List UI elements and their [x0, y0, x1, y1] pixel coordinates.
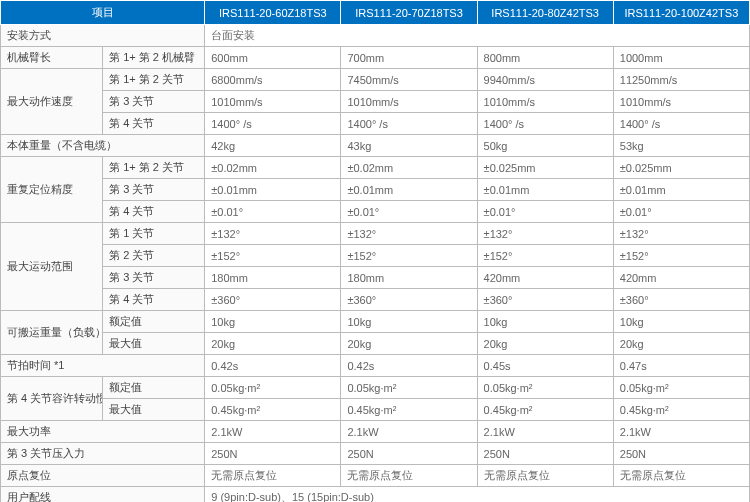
- cell-value: 53kg: [613, 135, 749, 157]
- row-sublabel: 第 1 关节: [103, 223, 205, 245]
- row-sublabel: 第 4 关节: [103, 113, 205, 135]
- row-sublabel: 最大值: [103, 399, 205, 421]
- cell-value: 600mm: [205, 47, 341, 69]
- header-row: 项目 IRS111-20-60Z18TS3 IRS111-20-70Z18TS3…: [1, 1, 750, 25]
- cell-value: 7450mm/s: [341, 69, 477, 91]
- row-label: 重复定位精度: [1, 157, 103, 223]
- row-sublabel: 额定值: [103, 377, 205, 399]
- cell-value: 0.42s: [205, 355, 341, 377]
- row-label: 可搬运重量（负载）: [1, 311, 103, 355]
- cell-value: 0.05kg·m²: [477, 377, 613, 399]
- cell-value: 0.42s: [341, 355, 477, 377]
- cell-value: ±132°: [341, 223, 477, 245]
- row-sublabel: 第 1+ 第 2 关节: [103, 69, 205, 91]
- row-sublabel: 第 1+ 第 2 关节: [103, 157, 205, 179]
- header-model-3: IRS111-20-100Z42TS3: [613, 1, 749, 25]
- cell-value: 1400° /s: [477, 113, 613, 135]
- cell-value: ±0.02mm: [205, 157, 341, 179]
- cell-value: ±0.01mm: [613, 179, 749, 201]
- cell-value: ±360°: [205, 289, 341, 311]
- cell-value: 43kg: [341, 135, 477, 157]
- cell-value: 1010mm/s: [477, 91, 613, 113]
- cell-value: 20kg: [477, 333, 613, 355]
- table-row: 节拍时间 *10.42s0.42s0.45s0.47s: [1, 355, 750, 377]
- cell-value: 0.45kg·m²: [205, 399, 341, 421]
- table-row: 安装方式台面安装: [1, 25, 750, 47]
- table-row: 最大运动范围第 1 关节±132°±132°±132°±132°: [1, 223, 750, 245]
- row-sublabel: 额定值: [103, 311, 205, 333]
- row-sublabel: 第 4 关节: [103, 289, 205, 311]
- cell-value: 250N: [477, 443, 613, 465]
- cell-value: 10kg: [613, 311, 749, 333]
- table-row: 原点复位无需原点复位无需原点复位无需原点复位无需原点复位: [1, 465, 750, 487]
- cell-value: 1000mm: [613, 47, 749, 69]
- cell-value: 42kg: [205, 135, 341, 157]
- cell-value: 9 (9pin:D-sub)、15 (15pin:D-sub): [205, 487, 750, 503]
- row-sublabel: 第 2 关节: [103, 245, 205, 267]
- cell-value: 0.45kg·m²: [477, 399, 613, 421]
- cell-value: ±0.01°: [205, 201, 341, 223]
- cell-value: ±0.01mm: [341, 179, 477, 201]
- cell-value: 无需原点复位: [341, 465, 477, 487]
- cell-value: 2.1kW: [477, 421, 613, 443]
- cell-value: ±360°: [613, 289, 749, 311]
- cell-value: ±0.025mm: [477, 157, 613, 179]
- cell-value: 180mm: [341, 267, 477, 289]
- row-label: 安装方式: [1, 25, 205, 47]
- cell-value: ±0.025mm: [613, 157, 749, 179]
- cell-value: 11250mm/s: [613, 69, 749, 91]
- row-label: 节拍时间 *1: [1, 355, 205, 377]
- cell-value: 0.05kg·m²: [205, 377, 341, 399]
- row-label: 原点复位: [1, 465, 205, 487]
- cell-value: 420mm: [477, 267, 613, 289]
- table-row: 第 4 关节±0.01°±0.01°±0.01°±0.01°: [1, 201, 750, 223]
- table-row: 第 4 关节1400° /s1400° /s1400° /s1400° /s: [1, 113, 750, 135]
- cell-value: ±152°: [341, 245, 477, 267]
- row-label: 用户配线: [1, 487, 205, 503]
- row-sublabel: 第 3 关节: [103, 91, 205, 113]
- cell-value: 无需原点复位: [477, 465, 613, 487]
- cell-value: ±360°: [341, 289, 477, 311]
- cell-value: 10kg: [205, 311, 341, 333]
- cell-value: 250N: [613, 443, 749, 465]
- cell-value: 0.45kg·m²: [613, 399, 749, 421]
- table-row: 最大值20kg20kg20kg20kg: [1, 333, 750, 355]
- table-row: 最大功率2.1kW2.1kW2.1kW2.1kW: [1, 421, 750, 443]
- cell-value: 1010mm/s: [341, 91, 477, 113]
- table-row: 第 3 关节±0.01mm±0.01mm±0.01mm±0.01mm: [1, 179, 750, 201]
- cell-value: 6800mm/s: [205, 69, 341, 91]
- cell-value: ±0.01mm: [205, 179, 341, 201]
- cell-value: ±132°: [477, 223, 613, 245]
- table-row: 用户配线9 (9pin:D-sub)、15 (15pin:D-sub): [1, 487, 750, 503]
- table-row: 第 4 关节容许转动惯量 *2额定值0.05kg·m²0.05kg·m²0.05…: [1, 377, 750, 399]
- table-row: 第 3 关节1010mm/s1010mm/s1010mm/s1010mm/s: [1, 91, 750, 113]
- row-sublabel: 第 4 关节: [103, 201, 205, 223]
- cell-value: 20kg: [341, 333, 477, 355]
- cell-value: 1010mm/s: [205, 91, 341, 113]
- header-model-1: IRS111-20-70Z18TS3: [341, 1, 477, 25]
- cell-value: ±0.02mm: [341, 157, 477, 179]
- cell-value: 2.1kW: [613, 421, 749, 443]
- table-row: 最大值0.45kg·m²0.45kg·m²0.45kg·m²0.45kg·m²: [1, 399, 750, 421]
- cell-value: 180mm: [205, 267, 341, 289]
- cell-value: 250N: [205, 443, 341, 465]
- cell-value: 1400° /s: [341, 113, 477, 135]
- row-label: 最大功率: [1, 421, 205, 443]
- row-label: 第 3 关节压入力: [1, 443, 205, 465]
- row-label: 机械臂长: [1, 47, 103, 69]
- cell-value: ±0.01°: [341, 201, 477, 223]
- table-row: 可搬运重量（负载）额定值10kg10kg10kg10kg: [1, 311, 750, 333]
- table-row: 本体重量（不含电缆）42kg43kg50kg53kg: [1, 135, 750, 157]
- table-row: 最大动作速度第 1+ 第 2 关节6800mm/s7450mm/s9940mm/…: [1, 69, 750, 91]
- table-row: 第 3 关节压入力250N250N250N250N: [1, 443, 750, 465]
- cell-value: ±0.01°: [613, 201, 749, 223]
- cell-value: 10kg: [341, 311, 477, 333]
- header-model-2: IRS111-20-80Z42TS3: [477, 1, 613, 25]
- cell-value: 20kg: [205, 333, 341, 355]
- cell-value: 0.05kg·m²: [341, 377, 477, 399]
- row-label: 第 4 关节容许转动惯量 *2: [1, 377, 103, 421]
- cell-value: ±360°: [477, 289, 613, 311]
- row-sublabel: 第 3 关节: [103, 179, 205, 201]
- table-row: 机械臂长第 1+ 第 2 机械臂600mm700mm800mm1000mm: [1, 47, 750, 69]
- cell-value: 2.1kW: [205, 421, 341, 443]
